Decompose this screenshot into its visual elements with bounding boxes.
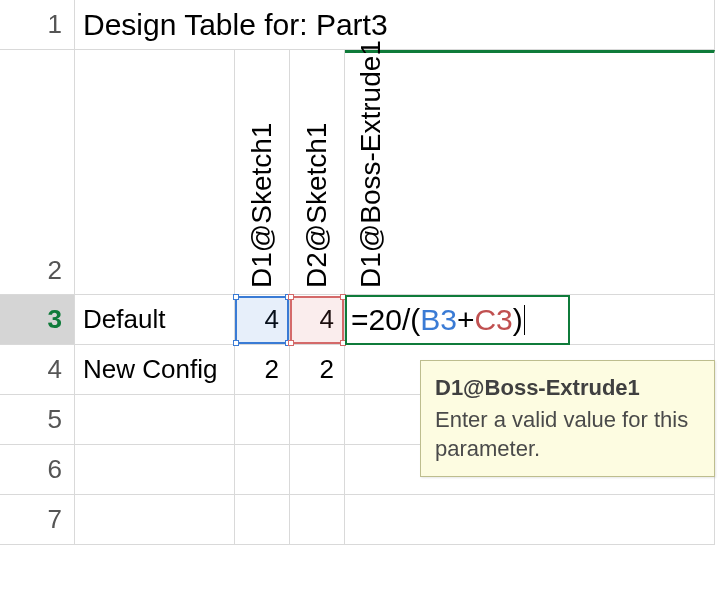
cell-C7[interactable] bbox=[290, 495, 345, 545]
config-name-newconfig[interactable]: New Config bbox=[75, 345, 235, 395]
cell-B7[interactable] bbox=[235, 495, 290, 545]
cell-D3-editing[interactable]: =20/(B3+C3) bbox=[345, 295, 715, 345]
row-header-1[interactable]: 1 bbox=[0, 0, 75, 50]
tooltip-body: Enter a valid value for this parameter. bbox=[435, 405, 700, 464]
header-D1-Sketch1[interactable]: D1@Sketch1 bbox=[235, 50, 290, 295]
cell-B4[interactable]: 2 bbox=[235, 345, 290, 395]
cell-A7[interactable] bbox=[75, 495, 235, 545]
header-D2-Sketch1[interactable]: D2@Sketch1 bbox=[290, 50, 345, 295]
cell-A2[interactable] bbox=[75, 50, 235, 295]
title-cell[interactable]: Design Table for: Part3 bbox=[75, 0, 715, 50]
tooltip-title: D1@Boss-Extrude1 bbox=[435, 373, 700, 403]
header-label: D1@Boss-Extrude1 bbox=[355, 53, 387, 294]
parameter-tooltip: D1@Boss-Extrude1 Enter a valid value for… bbox=[420, 360, 715, 477]
row-header-3[interactable]: 3 bbox=[0, 295, 75, 345]
cell-A6[interactable] bbox=[75, 445, 235, 495]
cell-C4[interactable]: 2 bbox=[290, 345, 345, 395]
text-cursor bbox=[524, 305, 525, 335]
header-label: D1@Sketch1 bbox=[246, 50, 278, 294]
row-header-5[interactable]: 5 bbox=[0, 395, 75, 445]
header-D1-BossExtrude1[interactable]: D1@Boss-Extrude1 bbox=[345, 50, 715, 295]
row-header-6[interactable]: 6 bbox=[0, 445, 75, 495]
cell-A5[interactable] bbox=[75, 395, 235, 445]
row-header-7[interactable]: 7 bbox=[0, 495, 75, 545]
formula-text: =20/(B3+C3) bbox=[351, 303, 526, 337]
cell-D7[interactable] bbox=[345, 495, 715, 545]
config-name-default[interactable]: Default bbox=[75, 295, 235, 345]
header-label: D2@Sketch1 bbox=[301, 50, 333, 294]
cell-B3[interactable]: 4 bbox=[235, 295, 290, 345]
cell-C5[interactable] bbox=[290, 395, 345, 445]
cell-C6[interactable] bbox=[290, 445, 345, 495]
row-header-2[interactable]: 2 bbox=[0, 50, 75, 295]
cell-C3[interactable]: 4 bbox=[290, 295, 345, 345]
row-header-4[interactable]: 4 bbox=[0, 345, 75, 395]
cell-B5[interactable] bbox=[235, 395, 290, 445]
cell-B6[interactable] bbox=[235, 445, 290, 495]
